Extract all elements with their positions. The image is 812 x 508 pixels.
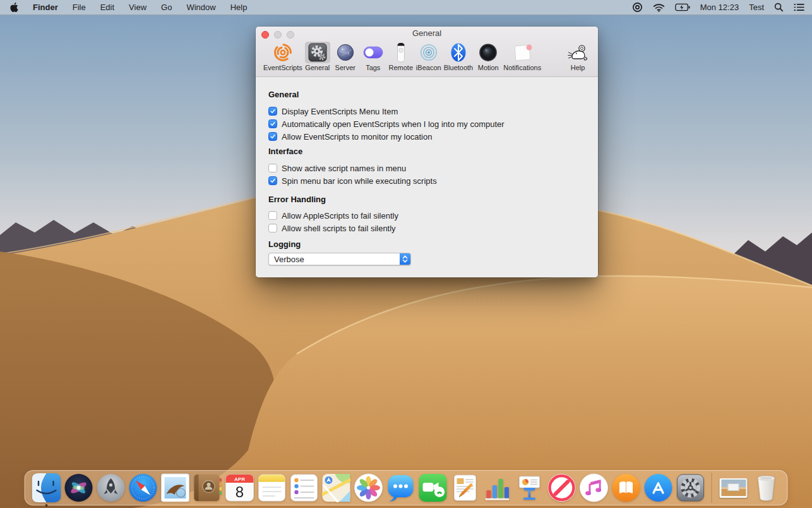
minimized-window-thumbnail[interactable]	[720, 478, 748, 498]
dock-launchpad[interactable]	[96, 473, 125, 502]
dock-pages[interactable]	[450, 473, 479, 502]
checkbox-row: Allow AppleScripts to fail silently	[268, 209, 585, 222]
spotlight-search-icon[interactable]	[774, 3, 784, 12]
beacon-rings-icon	[416, 42, 441, 63]
checkbox[interactable]	[268, 224, 277, 233]
window-title: General	[256, 28, 598, 38]
section-title-logging: Logging	[268, 239, 585, 251]
dock-trash[interactable]	[751, 473, 780, 502]
checkbox-row: Allow EventScripts to monitor my locatio…	[268, 130, 585, 143]
calendar-day-label: 8	[235, 483, 243, 500]
checkbox-row: Spin menu bar icon while executing scrip…	[268, 174, 585, 187]
toolbar-item-notifications[interactable]: Notifications	[503, 42, 541, 71]
toolbar-item-label: Tags	[366, 64, 380, 71]
checkbox[interactable]	[268, 164, 277, 172]
toolbar-item-help[interactable]: Help	[565, 42, 590, 71]
menu-view[interactable]: View	[129, 3, 146, 12]
dock-numbers[interactable]	[482, 473, 511, 502]
toolbar-item-general[interactable]: General	[305, 42, 330, 71]
menu-help[interactable]: Help	[230, 3, 248, 12]
running-indicator	[45, 504, 47, 507]
dock-notes[interactable]	[257, 473, 286, 502]
dock-photos[interactable]	[354, 473, 383, 502]
dock-keynote[interactable]	[515, 473, 544, 502]
dock-contacts[interactable]	[193, 473, 222, 502]
thumbnail-window	[728, 483, 739, 491]
menu-window[interactable]: Window	[186, 3, 215, 12]
checkbox[interactable]	[268, 107, 277, 116]
dock-divider	[712, 473, 712, 503]
app-menu-finder[interactable]: Finder	[33, 3, 58, 12]
dock-books[interactable]	[611, 473, 640, 502]
checkbox-label[interactable]: Allow shell scripts to fail silently	[282, 224, 396, 233]
preferences-toolbar: EventScripts General Server Tags Remote	[256, 40, 598, 77]
toggle-switch-icon	[361, 42, 386, 63]
dock-reminders[interactable]	[289, 473, 318, 502]
checkbox[interactable]	[268, 211, 277, 220]
notification-card-icon	[510, 42, 535, 63]
globe-sphere-icon	[333, 42, 358, 63]
dock-calendar[interactable]: APR8	[225, 473, 254, 502]
calendar-month-label: APR	[234, 476, 245, 482]
toolbar-item-tags[interactable]: Tags	[361, 42, 386, 71]
checkbox-row: Display EventScripts Menu Item	[268, 105, 585, 118]
apple-menu[interactable]	[10, 3, 18, 12]
dock-finder[interactable]	[32, 473, 61, 502]
checkbox-label[interactable]: Spin menu bar icon while executing scrip…	[282, 176, 437, 186]
eventscripts-menu-icon[interactable]	[632, 2, 643, 13]
checkbox-label[interactable]: Display EventScripts Menu Item	[282, 107, 398, 116]
preferences-window: General EventScripts General Server Tags	[256, 27, 598, 277]
toolbar-item-motion[interactable]: Motion	[475, 42, 501, 71]
dock-siri[interactable]	[64, 473, 93, 502]
wifi-icon[interactable]	[653, 3, 665, 12]
section-title-interface: Interface	[268, 147, 585, 158]
menu-user[interactable]: Test	[749, 3, 764, 12]
toolbar-item-label: Remote	[388, 64, 413, 71]
thumbnail-desktop	[721, 480, 746, 496]
dock: APR8	[25, 470, 788, 505]
camera-lens-icon	[475, 42, 501, 63]
dock-itunes[interactable]	[579, 473, 608, 502]
dock-maps[interactable]	[321, 473, 350, 502]
checkbox-label[interactable]: Allow AppleScripts to fail silently	[282, 211, 398, 221]
popup-stepper-icon	[400, 253, 410, 265]
toolbar-item-eventscripts[interactable]: EventScripts	[263, 42, 302, 71]
dock-messages[interactable]	[386, 473, 415, 502]
checkbox-label[interactable]: Show active script names in menu	[282, 164, 406, 173]
menu-file[interactable]: File	[73, 3, 86, 12]
eventscripts-icon	[270, 42, 296, 63]
checkbox-row: Allow shell scripts to fail silently	[268, 222, 585, 234]
toolbar-item-server[interactable]: Server	[333, 42, 358, 71]
checkbox[interactable]	[268, 119, 277, 128]
dock-system-preferences[interactable]	[676, 473, 705, 502]
menu-bar: Finder File Edit View Go Window Help Mon…	[0, 0, 812, 15]
checkbox-row: Show active script names in menu	[268, 162, 585, 174]
toolbar-item-label: General	[305, 64, 330, 71]
toolbar-item-ibeacon[interactable]: iBeacon	[416, 42, 441, 71]
dock-app-store[interactable]	[643, 473, 672, 502]
toolbar-item-label: iBeacon	[416, 64, 441, 71]
toolbar-item-label: Server	[335, 64, 355, 71]
checkbox[interactable]	[268, 176, 277, 185]
menu-go[interactable]: Go	[161, 3, 172, 12]
battery-charging-icon[interactable]	[675, 3, 690, 11]
notification-center-icon[interactable]	[794, 3, 804, 11]
toolbar-item-bluetooth[interactable]: Bluetooth	[444, 42, 473, 71]
toolbar-item-label: Motion	[478, 64, 499, 71]
checkbox-label[interactable]: Automatically open EventScripts when I l…	[282, 119, 505, 129]
checkbox-label[interactable]: Allow EventScripts to monitor my locatio…	[282, 132, 432, 142]
dock-news[interactable]	[547, 473, 576, 502]
checkbox-row: Automatically open EventScripts when I l…	[268, 118, 585, 130]
menu-clock[interactable]: Mon 12:23	[700, 3, 739, 12]
dock-mail[interactable]	[160, 473, 189, 502]
toolbar-item-label: Notifications	[503, 64, 541, 71]
logging-popup-button[interactable]: Verbose	[268, 253, 411, 265]
preferences-content: General Display EventScripts Menu Item A…	[256, 77, 598, 277]
gears-icon	[305, 42, 330, 63]
toolbar-item-remote[interactable]: Remote	[388, 42, 414, 71]
dock-facetime[interactable]	[418, 473, 447, 502]
toolbar-item-label: Help	[571, 64, 585, 71]
checkbox[interactable]	[268, 132, 277, 141]
dock-safari[interactable]	[128, 473, 157, 502]
menu-edit[interactable]: Edit	[100, 3, 114, 12]
